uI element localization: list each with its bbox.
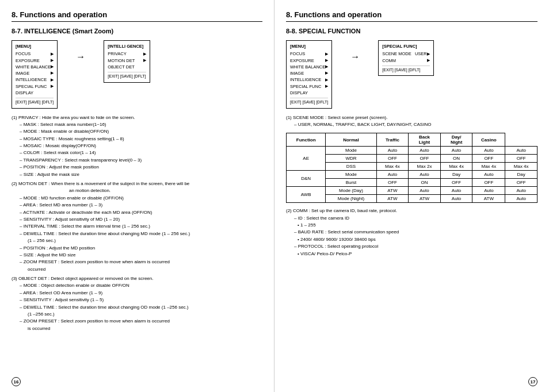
left-menu-sub-object: OBJECT DET: [108, 64, 146, 70]
comm-baud-values: • 2400/ 4800/ 9600/ 19200/ 38400 bps: [286, 236, 537, 243]
desc-motion-zoom2: occurred: [12, 266, 262, 273]
right-scene-desc: (1) SCENE MODE : Select scene preset (sc…: [286, 114, 537, 129]
comm-id-range: • 1 – 255: [286, 222, 537, 229]
desc-motion: (2) MOTION DET : When there is a movemen…: [12, 180, 262, 273]
right-menu-display: DISPLAY: [290, 90, 328, 96]
scene-mode-sub: – USER, NORMAL, TRAFFIC, BACK LIGHT, DAY…: [286, 121, 537, 128]
left-menu-sub: [INTELLI GENCE] PRIVACY▶ MOTION DET▶ OBJ…: [104, 40, 150, 83]
desc-privacy-transparency: – TRANSPARENCY : Select mask transparenc…: [12, 157, 262, 164]
left-sub-title: 8-7. INTELLIGENCE (Smart Zoom): [12, 28, 262, 34]
desc-motion-header2: an motion detection.: [12, 187, 262, 194]
th-daynight: Day/Night: [440, 133, 472, 147]
desc-motion-zoom: – ZOOM PRESET : Select zoom position to …: [12, 259, 262, 266]
ae-dss-label: DSS: [326, 163, 376, 171]
table-row-dn-mode: D&N Mode Auto Auto Day Auto Day: [287, 171, 537, 179]
right-menu-sub-comm: COMM▶: [382, 57, 430, 64]
left-menu-main-title: [MENU]: [16, 43, 54, 49]
desc-motion-sensitivity: – SENSITIVITY : Adjust sensitivity of MD…: [12, 216, 262, 223]
th-normal: Normal: [326, 133, 376, 147]
desc-object-dewell: – DEWELL TIME : Select the duration time…: [12, 304, 262, 311]
dn-group-label: D&N: [287, 171, 326, 187]
ae-wdr-label: WDR: [326, 155, 376, 163]
right-menu-sub-footer: [EXIT] [SAVE] [DFLT]: [382, 66, 430, 74]
desc-privacy-mask: – MASK : Select mask area number(1~16): [12, 121, 262, 128]
left-menu-item-image: IMAGE▶: [16, 70, 54, 76]
right-comm-desc: (2) COMM : Set up the camera ID, baud ra…: [286, 207, 537, 258]
desc-motion-size: – SIZE : Adjust the MD size: [12, 252, 262, 259]
right-menu-special: SPECIAL FUNC▶: [290, 83, 328, 90]
ae-group-label: AE: [287, 147, 326, 171]
comm-baud: – BAUD RATE : Select serial communicatio…: [286, 229, 537, 236]
awb-night-label: Mode (Night): [326, 195, 376, 203]
desc-privacy-position: – POSITION : Adjust the mask position: [12, 164, 262, 171]
desc-privacy-size: – SIZE : Adjust the mask size: [12, 171, 262, 178]
desc-privacy-header: (1) PRIVACY : Hide the area you want to …: [12, 114, 262, 121]
table-row-awb-day: AWB Mode (Day) ATW Auto Auto Auto Auto: [287, 187, 537, 195]
left-arrow-connector: →: [69, 52, 92, 62]
desc-motion-position: – POSITION : Adjust the MD position: [12, 245, 262, 252]
desc-motion-interval: – INTERVAL TIME : Select the alarm inter…: [12, 223, 262, 230]
desc-privacy-mode: – MODE : Mask enable or disable(OFF/ON): [12, 128, 262, 135]
right-page: 8. Functions and operation 8-8. SPECIAL …: [274, 0, 549, 392]
left-menu-item-special: SPECIAL FUNC▶: [16, 83, 54, 90]
left-menu-item-exposure: EXPOSURE▶: [16, 57, 54, 64]
right-menu-sub-title: [SPECIAL FUNC]: [382, 43, 430, 49]
right-menu-main-footer: [EXIT] [SAVE] [DFLT]: [290, 98, 328, 106]
right-menu-wb: WHITE BALANCE▶: [290, 64, 328, 70]
th-traffic: Traffic: [376, 133, 409, 147]
dn-burst-label: Burst: [326, 179, 376, 187]
left-menu-item-intelligence: INTELLIGENCE▶: [16, 76, 54, 83]
desc-motion-header: (2) MOTION DET : When there is a movemen…: [12, 180, 262, 187]
left-section-title: 8. Functions and operation: [12, 10, 262, 22]
desc-motion-activate: – ACTIVATE : Activate or deactivate the …: [12, 209, 262, 216]
right-section-title: 8. Functions and operation: [286, 10, 537, 22]
left-menu-sub-motion: MOTION DET▶: [108, 57, 146, 64]
awb-day-label: Mode (Day): [326, 187, 376, 195]
desc-object-area: – AREA : Select OD Area number (1 – 9): [12, 290, 262, 297]
left-menu-sub-privacy: PRIVACY▶: [108, 51, 146, 57]
left-menu-sub-title: [INTELLI GENCE]: [108, 43, 146, 49]
left-menu-sub-footer: [EXIT] [SAVE] [DFLT]: [108, 72, 146, 80]
comm-header: (2) COMM : Set up the camera ID, baud ra…: [286, 207, 537, 214]
comm-protocol: – PROTOCOL : Select operating protocol: [286, 243, 537, 250]
left-menu-area: [MENU] FOCUS▶ EXPOSURE▶ WHITE BALANCE▶ I…: [12, 40, 262, 109]
table-row-ae-mode: AE Mode Auto Auto Auto Auto Auto: [287, 147, 537, 155]
desc-privacy-mosaic: – MOSAIC : Mosaic display(OFF/ON): [12, 143, 262, 149]
desc-object-mode: – MODE : Object detection enable or disa…: [12, 282, 262, 289]
right-menu-image: IMAGE▶: [290, 70, 328, 76]
left-menu-main-footer: [EXIT] [SAVE] [DFLT]: [16, 98, 54, 106]
right-arrow-connector: →: [344, 52, 367, 62]
right-menu-sub-scene: SCENE MODE USER▶: [382, 51, 430, 57]
th-casino: Casino: [472, 133, 505, 147]
right-menu-main-title: [MENU]: [290, 43, 328, 49]
th-backlight: BackLight: [409, 133, 441, 147]
left-menu-item-display: DISPLAY: [16, 90, 54, 96]
desc-motion-mode: – MODE : MD function enable or disable (…: [12, 195, 262, 202]
desc-object-sensitivity: – SENSITIVITY : Adjust sensitivity (1 – …: [12, 297, 262, 303]
right-menu-main: [MENU] FOCUS▶ EXPOSURE▶ WHITE BALANCE▶ I…: [286, 40, 332, 109]
th-function: Function: [287, 133, 326, 147]
scene-mode-header: (1) SCENE MODE : Select scene preset (sc…: [286, 114, 537, 121]
desc-motion-dewell2: (1 – 256 sec.): [12, 237, 262, 244]
left-menu-main: [MENU] FOCUS▶ EXPOSURE▶ WHITE BALANCE▶ I…: [12, 40, 58, 109]
right-menu-exposure: EXPOSURE▶: [290, 57, 328, 64]
desc-privacy-color: – COLOR : Select mask color(1 – 14): [12, 149, 262, 156]
right-menu-intelligence: INTELLIGENCE▶: [290, 76, 328, 83]
desc-object-header: (3) OBJECT DET : Detect object appeared …: [12, 275, 262, 282]
right-menu-area: [MENU] FOCUS▶ EXPOSURE▶ WHITE BALANCE▶ I…: [286, 40, 537, 109]
desc-privacy-mosaic-type: – MOSAIC TYPE : Mosaic roughness setting…: [12, 136, 262, 143]
page-num-right: 17: [528, 377, 537, 386]
left-page: 8. Functions and operation 8-7. INTELLIG…: [0, 0, 274, 392]
desc-privacy: (1) PRIVACY : Hide the area you want to …: [12, 114, 262, 179]
dn-mode-label: Mode: [326, 171, 376, 179]
page-num-left: 16: [12, 377, 21, 386]
comm-protocol-values: • VISCA/ Pelco-D/ Pelco-P: [286, 251, 537, 258]
desc-motion-area: – AREA : Select MD area number (1 – 3): [12, 202, 262, 209]
desc-object: (3) OBJECT DET : Detect object appeared …: [12, 275, 262, 332]
awb-group-label: AWB: [287, 187, 326, 203]
function-table: Function Normal Traffic BackLight Day/Ni…: [286, 133, 537, 203]
right-sub-title: 8-8. SPECIAL FUNCTION: [286, 28, 537, 34]
right-menu-focus: FOCUS▶: [290, 51, 328, 57]
desc-object-zoom2: is occurred: [12, 325, 262, 332]
ae-mode-label: Mode: [326, 147, 376, 155]
